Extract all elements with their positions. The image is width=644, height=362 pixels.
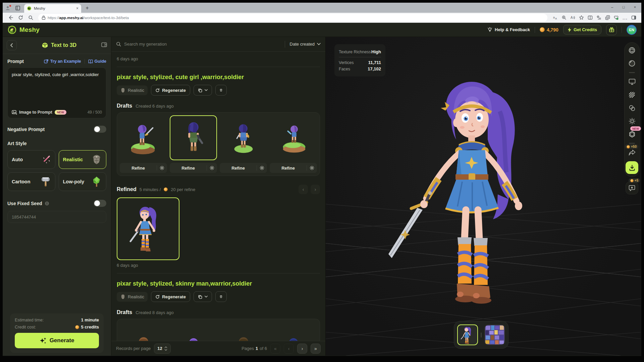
generation-list-panel: Date created 6 days ago pixar style, sty…: [111, 37, 326, 356]
url-bar[interactable]: https://app.meshy.ai/workspace/text-to-3…: [38, 14, 547, 22]
feedback-button[interactable]: +5: [626, 182, 638, 194]
split-screen-icon[interactable]: [586, 14, 594, 22]
refine-button[interactable]: Refine: [120, 166, 157, 171]
draft-thumbnail-1[interactable]: [120, 115, 167, 160]
carousel-next-button[interactable]: ›: [311, 185, 320, 194]
get-credits-button[interactable]: Get Credits: [563, 25, 601, 35]
gift-button[interactable]: [606, 24, 617, 35]
image-to-prompt-button[interactable]: Image to Prompt: [12, 110, 52, 115]
generation-list[interactable]: 6 days ago pixar style, stylized, cute g…: [111, 52, 325, 341]
texture-atlas-thumbnail[interactable]: [484, 324, 505, 345]
seed-input[interactable]: [7, 211, 106, 223]
refresh-button[interactable]: [16, 14, 25, 22]
art-style-cartoon[interactable]: Cartoon: [7, 172, 55, 191]
credit-balance[interactable]: 4,790: [540, 27, 558, 33]
collapse-panel-icon[interactable]: [101, 42, 107, 49]
refine-button[interactable]: Refine: [220, 166, 257, 171]
records-per-page-label: Records per page: [116, 346, 151, 351]
retopology-icon[interactable]: [628, 104, 636, 112]
zoom-icon[interactable]: [559, 14, 568, 22]
browser-profile-button[interactable]: [3, 4, 12, 12]
generate-button[interactable]: Generate: [15, 333, 99, 348]
last-page-button[interactable]: »: [311, 344, 321, 354]
share-icon[interactable]: +50: [628, 148, 636, 157]
texture-hatch-icon[interactable]: [628, 90, 636, 99]
refine-button[interactable]: Refine: [270, 166, 307, 171]
draft-thumbnail-2-selected[interactable]: [170, 115, 217, 160]
back-to-workspace-button[interactable]: [7, 40, 17, 50]
copilot-sidebar-icon[interactable]: [629, 14, 638, 22]
meshy-brand[interactable]: Meshy: [7, 25, 40, 35]
prompt-textarea[interactable]: pixar style, stylized, cute girl ,warrio…: [8, 68, 106, 107]
translate-icon[interactable]: aA: [551, 14, 559, 22]
user-avatar[interactable]: EN: [627, 25, 637, 35]
draft-thumbnail-4[interactable]: [270, 115, 317, 160]
wireframe-globe-icon[interactable]: [628, 46, 636, 55]
more-menu-icon[interactable]: …: [621, 14, 629, 22]
brand-name: Meshy: [19, 26, 40, 34]
maximize-button[interactable]: □: [618, 3, 629, 11]
material-sphere-icon[interactable]: [628, 59, 636, 68]
draft-thumbnail[interactable]: [220, 333, 267, 341]
try-example-link[interactable]: Try an Example: [44, 59, 81, 64]
browser-essentials-icon[interactable]: [612, 14, 621, 22]
minimize-button[interactable]: –: [606, 3, 618, 11]
animation-icon[interactable]: NEW: [628, 130, 636, 138]
new-tab-button[interactable]: +: [83, 4, 91, 12]
model-view-thumbnail[interactable]: [457, 324, 478, 345]
draft-thumbnail[interactable]: [120, 333, 167, 341]
collections-icon[interactable]: [594, 14, 603, 22]
download-button[interactable]: [626, 161, 638, 174]
book-icon: [88, 59, 93, 64]
search-button[interactable]: [26, 14, 35, 22]
negative-prompt-toggle[interactable]: [94, 126, 106, 133]
tab-close-icon[interactable]: ×: [76, 6, 78, 11]
draft-thumbnail-3[interactable]: [220, 115, 267, 160]
records-per-page-select[interactable]: 12: [154, 344, 170, 354]
art-style-lowpoly[interactable]: Low-poly: [59, 172, 107, 191]
browser-workspaces-button[interactable]: [13, 4, 22, 12]
help-feedback-button[interactable]: Help & Feedback: [487, 27, 530, 32]
display-mode-icon[interactable]: [628, 77, 636, 86]
prev-page-button[interactable]: ‹: [284, 344, 294, 354]
delete-button[interactable]: [215, 85, 227, 96]
character-counter: 49 / 500: [88, 110, 102, 115]
refine-bar-2: Refine: [170, 163, 217, 173]
first-page-button[interactable]: «: [270, 344, 280, 354]
fixed-seed-toggle[interactable]: [94, 200, 106, 207]
draft-thumbnail[interactable]: [270, 333, 317, 341]
refine-settings-gear-icon[interactable]: [257, 166, 267, 170]
read-aloud-icon[interactable]: A: [568, 14, 577, 22]
close-button[interactable]: ×: [629, 3, 641, 11]
cube-icon: [42, 42, 48, 49]
refine-settings-gear-icon[interactable]: [157, 166, 167, 170]
estimated-time-label: Estimated time:: [15, 318, 44, 322]
guide-link[interactable]: Guide: [88, 59, 106, 64]
texture-richness-label: Texture Richness: [339, 50, 371, 54]
brightness-icon[interactable]: [628, 117, 636, 125]
tab-groups-icon[interactable]: [603, 14, 612, 22]
refined-thumbnail-selected[interactable]: [117, 197, 179, 260]
draft-thumbnail[interactable]: [170, 333, 217, 341]
art-style-realistic[interactable]: Realistic: [59, 150, 107, 169]
model-stats-panel: Texture Richness High Vertices 11,711 Fa…: [334, 44, 385, 76]
browser-tab[interactable]: Meshy ×: [24, 4, 81, 13]
favorites-star-icon[interactable]: [577, 14, 586, 22]
model-viewer[interactable]: Texture Richness High Vertices 11,711 Fa…: [326, 37, 641, 356]
regenerate-button[interactable]: Regenerate: [151, 85, 190, 96]
refine-bar-1: Refine: [120, 163, 167, 173]
back-button[interactable]: [6, 14, 15, 22]
carousel-prev-button[interactable]: ‹: [299, 185, 308, 194]
copy-dropdown-button[interactable]: [194, 85, 212, 96]
next-page-button[interactable]: ›: [297, 344, 307, 354]
refine-settings-gear-icon[interactable]: [207, 166, 217, 170]
copy-dropdown-button[interactable]: [194, 291, 212, 302]
search-input[interactable]: [124, 42, 282, 47]
art-style-auto[interactable]: Auto: [7, 150, 55, 169]
sort-dropdown[interactable]: Date created: [285, 41, 321, 48]
regenerate-button[interactable]: Regenerate: [151, 291, 190, 302]
trash-icon: [220, 294, 222, 299]
delete-button[interactable]: [215, 291, 227, 302]
refine-button[interactable]: Refine: [170, 166, 207, 171]
refine-settings-gear-icon[interactable]: [307, 166, 317, 170]
